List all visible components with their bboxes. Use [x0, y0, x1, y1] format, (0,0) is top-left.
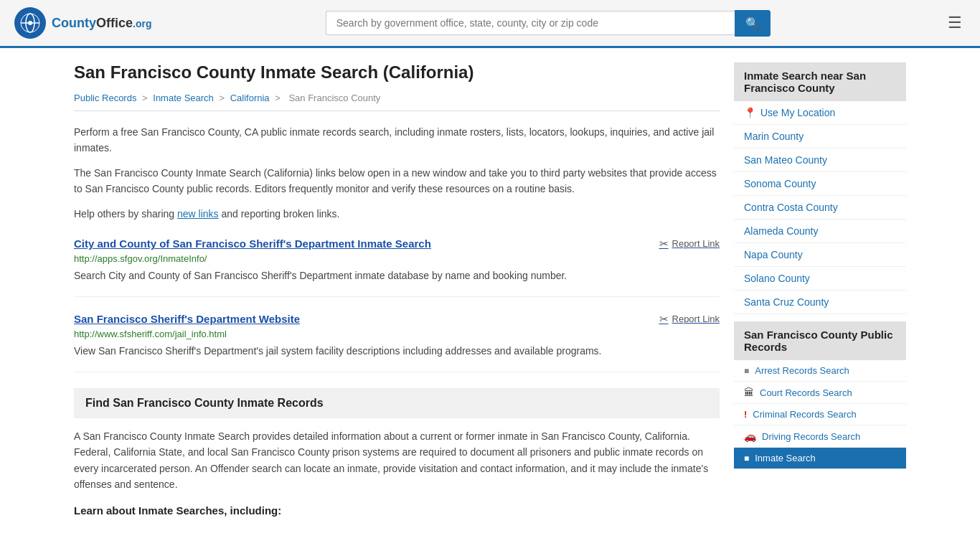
use-location-item[interactable]: 📍 Use My Location [734, 101, 906, 125]
nearby-header: Inmate Search near San Francisco County [734, 62, 906, 101]
sidebar-item-solano[interactable]: Solano County [734, 267, 906, 291]
sidebar-item-marin[interactable]: Marin County [734, 125, 906, 149]
logo-text: CountyOffice.org [52, 16, 151, 31]
record-2-desc: View San Francisco Sheriff's Department'… [74, 344, 720, 359]
record-2-title-link[interactable]: San Francisco Sheriff's Department Websi… [74, 313, 300, 325]
scissors-icon: ✂ [659, 237, 669, 250]
sidebar: Inmate Search near San Francisco County … [734, 62, 906, 517]
breadcrumb: Public Records > Inmate Search > Califor… [74, 93, 720, 111]
intro-paragraph-3: Help others by sharing new links and rep… [74, 206, 720, 222]
sidebar-item-san-mateo[interactable]: San Mateo County [734, 149, 906, 172]
sidebar-item-sonoma[interactable]: Sonoma County [734, 172, 906, 196]
search-button[interactable]: 🔍 [735, 10, 771, 37]
find-section: Find San Francisco County Inmate Records [74, 388, 720, 418]
record-2-url[interactable]: http://www.sfsheriff.com/jail_info.html [74, 329, 720, 339]
sidebar-pr-inmate[interactable]: ■ Inmate Search [734, 448, 906, 469]
sidebar-item-napa[interactable]: Napa County [734, 243, 906, 267]
breadcrumb-california[interactable]: California [230, 93, 270, 103]
sidebar-pr-criminal[interactable]: ! Criminal Records Search [734, 404, 906, 425]
svg-point-3 [28, 21, 32, 25]
breadcrumb-inmate-search[interactable]: Inmate Search [153, 93, 214, 103]
breadcrumb-public-records[interactable]: Public Records [74, 93, 136, 103]
record-1-title-link[interactable]: City and County of San Francisco Sheriff… [74, 237, 431, 250]
logo-icon [14, 7, 46, 39]
driving-icon: 🚗 [744, 430, 756, 442]
nearby-section: Inmate Search near San Francisco County … [734, 62, 906, 314]
site-header: CountyOffice.org 🔍 ☰ [0, 0, 980, 48]
new-links-link[interactable]: new links [177, 208, 219, 220]
sidebar-pr-court[interactable]: 🏛 Court Records Search [734, 382, 906, 404]
record-title-row: San Francisco Sheriff's Department Websi… [74, 313, 720, 326]
find-section-title: Find San Francisco County Inmate Records [85, 397, 708, 410]
menu-icon[interactable]: ☰ [944, 10, 966, 36]
record-entry: City and County of San Francisco Sheriff… [74, 237, 720, 297]
record-entry: San Francisco Sheriff's Department Websi… [74, 313, 720, 372]
main-container: San Francisco County Inmate Search (Cali… [60, 48, 920, 531]
criminal-icon: ! [744, 409, 747, 420]
record-title-row: City and County of San Francisco Sheriff… [74, 237, 720, 250]
logo-area[interactable]: CountyOffice.org [14, 7, 151, 39]
search-icon: 🔍 [745, 17, 760, 29]
search-input[interactable] [326, 11, 735, 35]
sidebar-pr-driving[interactable]: 🚗 Driving Records Search [734, 425, 906, 448]
breadcrumb-current: San Francisco County [288, 93, 380, 103]
find-section-desc: A San Francisco County Inmate Search pro… [74, 428, 720, 493]
arrest-icon: ■ [744, 366, 749, 376]
search-area: 🔍 [326, 10, 771, 37]
sidebar-item-alameda[interactable]: Alameda County [734, 220, 906, 243]
record-1-url[interactable]: http://apps.sfgov.org/InmateInfo/ [74, 253, 720, 264]
use-location-link[interactable]: Use My Location [760, 107, 835, 118]
sidebar-pr-arrest[interactable]: ■ Arrest Records Search [734, 360, 906, 382]
court-icon: 🏛 [744, 387, 754, 398]
pin-icon: 📍 [744, 107, 756, 118]
report-link-2[interactable]: ✂ Report Link [659, 313, 720, 326]
page-title: San Francisco County Inmate Search (Cali… [74, 62, 720, 83]
intro-paragraph-1: Perform a free San Francisco County, CA … [74, 124, 720, 156]
content-area: San Francisco County Inmate Search (Cali… [74, 62, 720, 517]
public-records-header: San Francisco County Public Records [734, 321, 906, 360]
inmate-icon: ■ [744, 453, 749, 463]
sidebar-item-santa-cruz[interactable]: Santa Cruz County [734, 291, 906, 314]
learn-title: Learn about Inmate Searches, including: [74, 504, 720, 517]
public-records-section: San Francisco County Public Records ■ Ar… [734, 321, 906, 469]
report-link-1[interactable]: ✂ Report Link [659, 237, 720, 250]
record-1-desc: Search City and County of San Francisco … [74, 268, 720, 283]
scissors-icon: ✂ [659, 313, 669, 326]
intro-paragraph-2: The San Francisco County Inmate Search (… [74, 165, 720, 197]
sidebar-item-contra-costa[interactable]: Contra Costa County [734, 196, 906, 220]
